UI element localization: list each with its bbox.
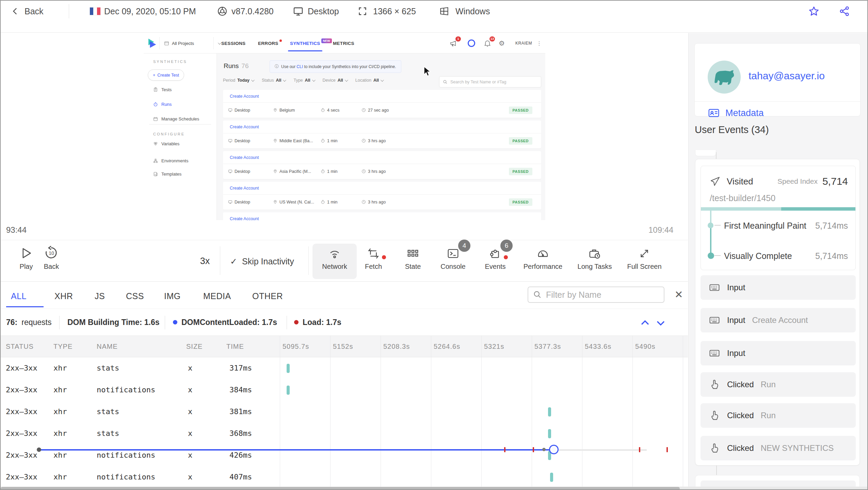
run-name-link[interactable]: Create Account	[223, 120, 541, 133]
network-filter-box[interactable]	[528, 287, 664, 303]
filter-period[interactable]: PeriodToday	[223, 78, 254, 83]
error-tick[interactable]	[533, 447, 534, 452]
sidebar-item-environments[interactable]: Environments	[153, 158, 188, 163]
network-panel-button[interactable]: Network	[312, 244, 357, 279]
col-status[interactable]: STATUS	[6, 343, 34, 350]
event-input[interactable]: InputCreate Account	[701, 308, 856, 332]
tab-errors[interactable]: ERRORS	[258, 33, 282, 53]
events-panel-button[interactable]: 6 Events	[473, 244, 517, 271]
network-row[interactable]: 2xx–3xxxhrnotificationsx384ms	[1, 379, 688, 401]
run-name-link[interactable]: Create Account	[223, 182, 541, 195]
tab-sessions[interactable]: SESSIONS	[221, 33, 245, 53]
horizontal-scrollbar[interactable]	[1, 487, 868, 490]
fmp-value: 5,714ms	[815, 221, 848, 231]
user-email-link[interactable]: tahay@asayer.io	[749, 70, 825, 82]
network-filter-input[interactable]	[546, 290, 655, 300]
event-clicked[interactable]: ClickedRun	[701, 403, 856, 428]
network-row[interactable]: 2xx–3xxxhrnotificationsx407ms	[1, 466, 688, 488]
test-search-input[interactable]	[450, 80, 532, 84]
event-dot[interactable]	[542, 448, 546, 451]
favorite-star-button[interactable]	[808, 1, 820, 22]
back-button[interactable]: Back	[11, 1, 44, 22]
error-tick[interactable]	[666, 447, 668, 452]
tab-other[interactable]: OTHER	[252, 291, 283, 301]
performance-panel-button[interactable]: Performance	[521, 244, 565, 271]
error-tick[interactable]	[639, 447, 640, 452]
sidebar-item-manage-schedules[interactable]: Manage Schedules	[153, 116, 199, 121]
long-tasks-panel-button[interactable]: Long Tasks	[573, 244, 617, 271]
tab-metrics[interactable]: METRICS	[333, 33, 354, 53]
tab-css[interactable]: CSS	[126, 291, 144, 301]
sidebar-item-runs[interactable]: Runs	[153, 102, 172, 107]
sidebar-item-templates[interactable]: Templates	[153, 172, 181, 177]
col-size[interactable]: SIZE	[186, 343, 203, 350]
settings-button[interactable]: ⚙	[499, 33, 505, 53]
vc-dot	[708, 252, 714, 259]
filter-device[interactable]: DeviceAll	[323, 78, 347, 83]
notifications-button[interactable]: 13	[483, 33, 492, 53]
announce-count-badge: 1	[455, 36, 461, 42]
event-clicked[interactable]: ClickedRun	[701, 372, 856, 397]
tab-all[interactable]: ALL	[11, 291, 27, 301]
close-panel-button[interactable]: ✕	[672, 289, 686, 300]
visited-event-card[interactable]: Visited Speed Index 5,714 /test-builder/…	[701, 166, 856, 270]
announcements-button[interactable]: 1	[449, 33, 457, 53]
event-clicked[interactable]: ClickedNEW SYNTHETICS	[701, 436, 856, 460]
jump-previous-button[interactable]	[639, 317, 651, 329]
console-panel-button[interactable]: 4 Console	[431, 244, 475, 271]
loading-spinner	[468, 33, 475, 53]
network-row[interactable]: 2xx–3xxxhrstatsx368ms	[1, 423, 688, 444]
tab-img[interactable]: IMG	[164, 291, 181, 301]
col-type[interactable]: TYPE	[53, 343, 73, 350]
back-10-button[interactable]: 10 Back	[29, 244, 74, 271]
fetch-panel-button[interactable]: Fetch	[351, 244, 396, 271]
sidebar-item-variables[interactable]: Variables	[153, 141, 179, 146]
browser-version: v87.0.4280	[231, 1, 274, 22]
run-card[interactable]: Create Account Desktop Asia Pacific (M..…	[223, 151, 541, 179]
filter-location[interactable]: LocationAll	[355, 78, 383, 83]
tab-js[interactable]: JS	[95, 291, 105, 301]
jump-next-button[interactable]	[655, 317, 666, 329]
timeline-scrubber-handle[interactable]	[549, 445, 559, 454]
run-card[interactable]: Create Account Desktop Canada (Central) …	[223, 212, 541, 220]
scrollbar-thumb[interactable]	[1, 487, 680, 490]
metadata-button[interactable]: Metadata	[708, 107, 764, 119]
filter-status[interactable]: StatusAll	[262, 78, 285, 83]
run-name-link[interactable]: Create Account	[223, 212, 541, 220]
project-selector[interactable]: All Projects	[164, 33, 220, 53]
skip-inactivity-toggle[interactable]: ✓ Skip Inactivity	[230, 257, 294, 266]
col-time[interactable]: TIME	[226, 343, 244, 350]
more-menu[interactable]: ⋮	[536, 33, 542, 53]
session-sidebar: tahay@asayer.io Metadata User Events (34…	[688, 33, 868, 490]
network-summary-bar: 76:requests DOM Building Time: 1.6s DOMC…	[1, 309, 688, 336]
col-name[interactable]: NAME	[97, 343, 118, 350]
full-screen-button[interactable]: Full Screen	[622, 244, 666, 271]
state-panel-button[interactable]: State	[391, 244, 435, 271]
run-card[interactable]: Create Account Desktop Middle East (Ba..…	[223, 120, 541, 148]
tab-xhr[interactable]: XHR	[54, 291, 73, 301]
tab-media[interactable]: MEDIA	[203, 291, 231, 301]
run-card[interactable]: Create Account Desktop US West (N. Cal..…	[223, 182, 541, 210]
create-test-button[interactable]: +Create Test	[148, 69, 184, 81]
network-row[interactable]: 2xx–3xxxhrstatsx381ms	[1, 401, 688, 423]
run-card[interactable]: Create Account Desktop Belgium 4 secs 27…	[223, 90, 541, 118]
share-button[interactable]	[839, 1, 850, 22]
user-menu[interactable]: KRAIEM	[515, 33, 532, 53]
location-pin-icon	[273, 169, 277, 174]
divider	[287, 316, 287, 329]
network-row[interactable]: 2xx–3xxxhrnotificationsx426ms	[1, 444, 688, 466]
run-name-link[interactable]: Create Account	[223, 151, 541, 164]
event-input[interactable]: Input	[701, 341, 856, 365]
run-name-link[interactable]: Create Account	[223, 90, 541, 103]
grid-line	[632, 336, 633, 488]
player-timeline[interactable]: 93:44 109:44	[1, 220, 688, 240]
sidebar-item-tests[interactable]: Tests	[153, 87, 172, 92]
event-input[interactable]: Input	[701, 275, 856, 300]
test-search-box[interactable]	[439, 76, 541, 87]
network-row[interactable]: 2xx–3xxxhrstatsx317ms	[1, 357, 688, 379]
error-tick[interactable]	[504, 447, 505, 452]
tab-synthetics[interactable]: SYNTHETICSNEW	[290, 33, 332, 53]
speed-button[interactable]: 3x	[191, 256, 219, 266]
cli-link[interactable]: CLI	[296, 64, 303, 69]
filter-type[interactable]: TypeAll	[293, 78, 314, 83]
